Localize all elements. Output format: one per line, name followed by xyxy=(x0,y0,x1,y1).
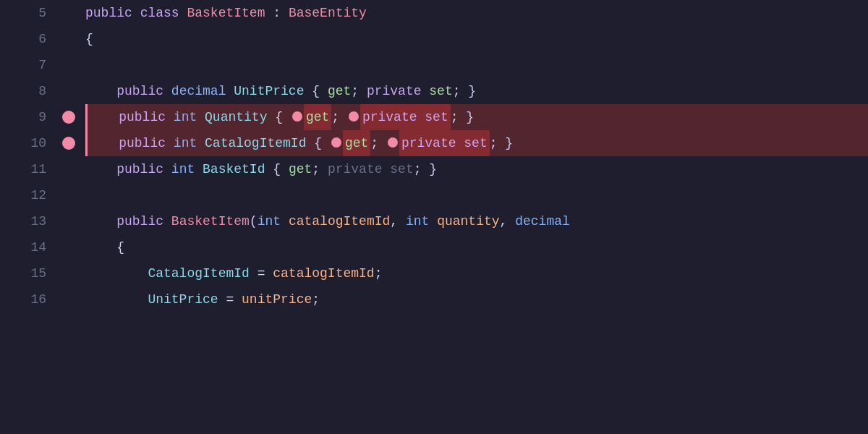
line-num-8: 8 xyxy=(12,78,46,104)
token-semi1-11: ; xyxy=(312,156,328,182)
code-line-5: public class BasketItem : BaseEntity xyxy=(85,0,868,26)
token-semi2-10: ; } xyxy=(490,130,513,156)
breakpoint-line10[interactable] xyxy=(62,137,75,150)
token-brace-6: { xyxy=(85,26,93,52)
token-semi1-8: ; xyxy=(351,78,367,104)
token-get-11: get xyxy=(289,156,312,182)
code-line-8: public decimal UnitPrice { get; private … xyxy=(85,78,868,104)
code-line-11: public int BasketId { get; private set; … xyxy=(85,156,868,182)
line-num-12: 12 xyxy=(12,182,46,208)
token-public-10: public xyxy=(88,130,174,156)
token-int-10: int xyxy=(174,130,205,156)
token-basketid-11: BasketId xyxy=(203,156,265,182)
token-brace-14: { xyxy=(85,234,124,260)
token-classname-5: BasketItem xyxy=(187,0,265,26)
code-line-14: { xyxy=(85,234,868,260)
line-num-5: 5 xyxy=(12,0,46,26)
token-semi2-11: ; } xyxy=(414,156,437,182)
token-space-10: { xyxy=(306,130,329,156)
token-int2-13: int xyxy=(406,208,437,234)
token-int-9: int xyxy=(174,104,205,130)
token-unitprice-val-16: unitPrice xyxy=(242,286,312,312)
token-eq-15: = xyxy=(250,260,273,286)
token-eq-16: = xyxy=(218,286,242,312)
token-baseentity-5: BaseEntity xyxy=(289,0,367,26)
line-number-gutter: 5 6 7 8 9 10 11 12 13 14 15 16 xyxy=(0,0,58,434)
token-semi1-10: ; xyxy=(370,130,386,156)
token-get-8: get xyxy=(328,78,351,104)
token-private-set-10: private set xyxy=(399,130,490,156)
token-colon-5: : xyxy=(265,0,288,26)
line-num-10: 10 xyxy=(12,130,46,156)
code-line-7 xyxy=(85,52,868,78)
token-get-10: get xyxy=(343,130,370,156)
token-space-9: { xyxy=(267,104,290,130)
token-quantity-9: Quantity xyxy=(205,104,267,130)
breakpoint-line9[interactable] xyxy=(62,111,75,124)
token-catalogitemid-10: CatalogItemId xyxy=(205,130,306,156)
code-line-10: public int CatalogItemId { get; private … xyxy=(85,130,868,156)
line-num-7: 7 xyxy=(12,52,46,78)
token-private-set-11: private set xyxy=(328,156,414,182)
token-unitprice-8: UnitPrice xyxy=(234,78,304,104)
line-num-16: 16 xyxy=(12,286,46,312)
code-line-16: UnitPrice = unitPrice; xyxy=(85,286,868,312)
token-public-13: public xyxy=(85,208,171,234)
code-content: public class BasketItem : BaseEntity { p… xyxy=(80,0,868,434)
token-private-set-9: private set xyxy=(360,104,451,130)
line-num-14: 14 xyxy=(12,234,46,260)
line-num-15: 15 xyxy=(12,260,46,286)
token-public-5: public xyxy=(85,0,140,26)
breakpoint-dot-get-10 xyxy=(331,137,341,148)
token-semi2-9: ; } xyxy=(451,104,474,130)
token-semi2-8: ; } xyxy=(453,78,476,104)
token-quantity-param-13: quantity xyxy=(437,208,499,234)
line-num-6: 6 xyxy=(12,26,46,52)
token-class-5: class xyxy=(140,0,187,26)
code-editor: 5 6 7 8 9 10 11 12 13 14 15 16 publi xyxy=(0,0,868,434)
token-unitprice-assign-16: UnitPrice xyxy=(85,286,218,312)
token-catalogitemid-val-15: catalogItemId xyxy=(273,260,374,286)
token-comma2-13: , xyxy=(500,208,516,234)
token-public-11: public xyxy=(85,156,171,182)
token-paren-13: ( xyxy=(250,208,258,234)
token-catalogitemid-assign-15: CatalogItemId xyxy=(85,260,250,286)
code-line-13: public BasketItem(int catalogItemId, int… xyxy=(85,208,868,234)
line-num-13: 13 xyxy=(12,208,46,234)
breakpoint-dot-private-9 xyxy=(349,111,359,122)
token-semi-16: ; xyxy=(312,286,320,312)
token-comma1-13: , xyxy=(390,208,406,234)
token-basketitem-13: BasketItem xyxy=(171,208,250,234)
code-line-15: CatalogItemId = catalogItemId; xyxy=(85,260,868,286)
token-space-11: { xyxy=(265,156,288,182)
token-decimal-8: decimal xyxy=(171,78,234,104)
token-semi-15: ; xyxy=(375,260,383,286)
code-line-6: { xyxy=(85,26,868,52)
token-int-11: int xyxy=(171,156,203,182)
token-public-8: public xyxy=(85,78,171,104)
token-decimal-13: decimal xyxy=(515,208,570,234)
token-catalogitemid-param-13: catalogItemId xyxy=(289,208,390,234)
token-semi1-9: ; xyxy=(331,104,347,130)
token-public-9: public xyxy=(88,104,174,130)
token-int1-13: int xyxy=(258,208,289,234)
breakpoint-dot-get-9 xyxy=(292,111,302,122)
breakpoint-dot-private-10 xyxy=(388,137,398,148)
token-set-8: set xyxy=(429,78,452,104)
line-num-9: 9 xyxy=(12,104,46,130)
line-num-11: 11 xyxy=(12,156,46,182)
code-line-9: public int Quantity { get; private set; … xyxy=(85,104,868,130)
token-brace-open-8: { xyxy=(304,78,327,104)
code-line-12 xyxy=(85,182,868,208)
token-get-9: get xyxy=(304,104,331,130)
token-private-8: private xyxy=(367,78,429,104)
